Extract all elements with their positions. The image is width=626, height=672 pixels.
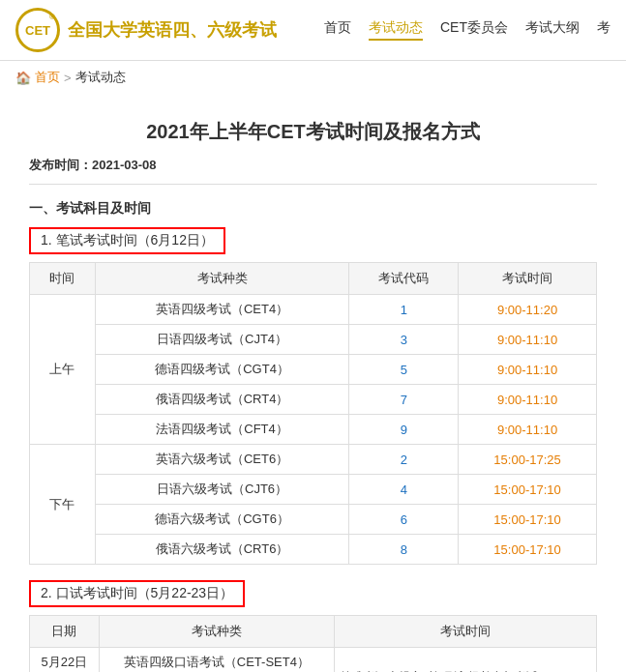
breadcrumb: 🏠 首页 > 考试动态 bbox=[0, 61, 626, 94]
exam-time-cell: 9:00-11:20 bbox=[459, 295, 597, 325]
nav-home[interactable]: 首页 bbox=[324, 19, 351, 41]
table-row: 日语四级考试（CJT4）39:00-11:10 bbox=[30, 325, 597, 355]
exam-time-cell: 9:00-11:10 bbox=[459, 415, 597, 445]
oral-col-time: 考试时间 bbox=[334, 616, 596, 648]
oral-col-type: 考试种类 bbox=[99, 616, 334, 648]
table-row: 上午英语四级考试（CET4）19:00-11:20 bbox=[30, 295, 597, 325]
publish-date: 发布时间：2021-03-08 bbox=[29, 157, 597, 185]
exam-time-cell: 15:00-17:10 bbox=[459, 535, 597, 565]
exam-code-cell: 2 bbox=[349, 445, 459, 475]
table-row: 日语六级考试（CJT6）415:00-17:10 bbox=[30, 475, 597, 505]
exam-code-cell: 3 bbox=[349, 325, 459, 355]
logo-area: CET 全国大学英语四、六级考试 bbox=[15, 8, 277, 52]
breadcrumb-separator: > bbox=[64, 71, 72, 85]
nav-news[interactable]: 考试动态 bbox=[369, 19, 423, 41]
site-header: CET 全国大学英语四、六级考试 首页 考试动态 CET委员会 考试大纲 考 bbox=[0, 0, 626, 61]
oral-exam-name-cell: 英语四级口语考试（CET-SET4） bbox=[99, 648, 334, 673]
oral-date-cell: 5月22日 bbox=[30, 648, 100, 673]
col-exam-code: 考试代码 bbox=[349, 263, 459, 295]
table-row: 俄语六级考试（CRT6）815:00-17:10 bbox=[30, 535, 597, 565]
oral-exam-table: 日期 考试种类 考试时间 5月22日英语四级口语考试（CET-SET4）按准考证… bbox=[29, 615, 597, 672]
table-row: 俄语四级考试（CRT4）79:00-11:10 bbox=[30, 385, 597, 415]
exam-name-cell: 德语六级考试（CGT6） bbox=[95, 505, 349, 535]
table-row: 5月22日英语四级口语考试（CET-SET4）按准考证上规定时间到入场并参加考试… bbox=[30, 648, 597, 673]
table-row: 德语四级考试（CGT4）59:00-11:10 bbox=[30, 355, 597, 385]
breadcrumb-current: 考试动态 bbox=[75, 69, 126, 86]
breadcrumb-home-link[interactable]: 首页 bbox=[35, 69, 60, 86]
exam-code-cell: 9 bbox=[349, 415, 459, 445]
nav-syllabus[interactable]: 考试大纲 bbox=[525, 19, 580, 41]
written-exam-label-box: 1. 笔试考试时间（6月12日） bbox=[29, 227, 597, 262]
exam-code-cell: 6 bbox=[349, 505, 459, 535]
breadcrumb-home-icon: 🏠 bbox=[15, 71, 31, 85]
oral-exam-label-box: 2. 口试考试时间（5月22-23日） bbox=[29, 580, 597, 615]
exam-name-cell: 法语四级考试（CFT4） bbox=[95, 415, 349, 445]
exam-name-cell: 俄语四级考试（CRT4） bbox=[95, 385, 349, 415]
nav-committee[interactable]: CET委员会 bbox=[440, 19, 508, 41]
exam-code-cell: 7 bbox=[349, 385, 459, 415]
oral-exam-label: 2. 口试考试时间（5月22-23日） bbox=[29, 580, 245, 607]
exam-name-cell: 日语四级考试（CJT4） bbox=[95, 325, 349, 355]
exam-time-cell: 15:00-17:25 bbox=[459, 445, 597, 475]
section1-heading: 一、考试科目及时间 bbox=[29, 200, 597, 218]
exam-time-cell: 9:00-11:10 bbox=[459, 325, 597, 355]
table-row: 下午英语六级考试（CET6）215:00-17:25 bbox=[30, 445, 597, 475]
exam-code-cell: 5 bbox=[349, 355, 459, 385]
table-row: 德语六级考试（CGT6）615:00-17:10 bbox=[30, 505, 597, 535]
logo-text: CET bbox=[25, 23, 50, 38]
article-title: 2021年上半年CET考试时间及报名方式 bbox=[29, 119, 597, 145]
publish-label: 发布时间： bbox=[29, 158, 92, 172]
exam-time-cell: 15:00-17:10 bbox=[459, 505, 597, 535]
section1: 一、考试科目及时间 1. 笔试考试时间（6月12日） 时间 考试种类 考试代码 … bbox=[29, 200, 597, 672]
site-title: 全国大学英语四、六级考试 bbox=[68, 18, 277, 42]
col-period: 时间 bbox=[30, 263, 96, 295]
main-nav: 首页 考试动态 CET委员会 考试大纲 考 bbox=[324, 19, 611, 41]
col-exam-time: 考试时间 bbox=[459, 263, 597, 295]
exam-time-cell: 9:00-11:10 bbox=[459, 355, 597, 385]
publish-date-value: 2021-03-08 bbox=[92, 158, 157, 172]
exam-name-cell: 俄语六级考试（CRT6） bbox=[95, 535, 349, 565]
nav-more[interactable]: 考 bbox=[597, 19, 611, 41]
written-table-header-row: 时间 考试种类 考试代码 考试时间 bbox=[30, 263, 597, 295]
col-exam-type: 考试种类 bbox=[95, 263, 349, 295]
exam-name-cell: 英语四级考试（CET4） bbox=[95, 295, 349, 325]
exam-time-cell: 15:00-17:10 bbox=[459, 475, 597, 505]
logo: CET bbox=[15, 8, 60, 52]
main-content: 2021年上半年CET考试时间及报名方式 发布时间：2021-03-08 一、考… bbox=[0, 94, 626, 672]
oral-table-header-row: 日期 考试种类 考试时间 bbox=[30, 616, 597, 648]
written-exam-table: 时间 考试种类 考试代码 考试时间 上午英语四级考试（CET4）19:00-11… bbox=[29, 262, 597, 565]
exam-name-cell: 英语六级考试（CET6） bbox=[95, 445, 349, 475]
oral-time-cell: 按准考证上规定时间到入场并参加考试。 bbox=[334, 648, 596, 673]
oral-col-date: 日期 bbox=[30, 616, 100, 648]
exam-code-cell: 4 bbox=[349, 475, 459, 505]
exam-code-cell: 1 bbox=[349, 295, 459, 325]
exam-name-cell: 德语四级考试（CGT4） bbox=[95, 355, 349, 385]
exam-name-cell: 日语六级考试（CJT6） bbox=[95, 475, 349, 505]
table-row: 法语四级考试（CFT4）99:00-11:10 bbox=[30, 415, 597, 445]
exam-code-cell: 8 bbox=[349, 535, 459, 565]
exam-time-cell: 9:00-11:10 bbox=[459, 385, 597, 415]
written-exam-label: 1. 笔试考试时间（6月12日） bbox=[29, 227, 225, 254]
